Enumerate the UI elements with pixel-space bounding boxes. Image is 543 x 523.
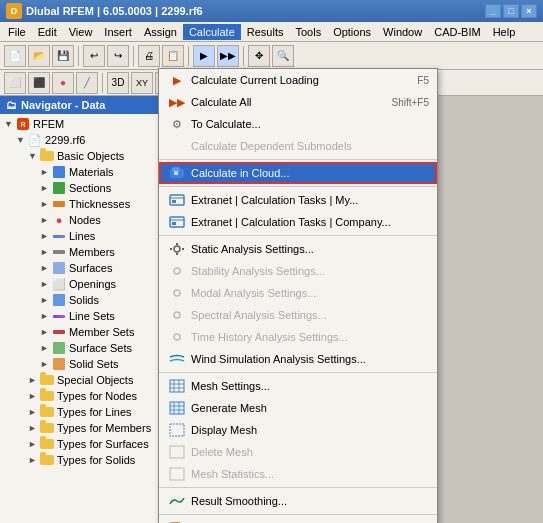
result-smoothing-icon	[167, 493, 187, 509]
menu-calc-current[interactable]: ▶ Calculate Current Loading F5	[159, 69, 437, 91]
menu-edit[interactable]: Edit	[32, 24, 63, 40]
nav-item-basic-objects[interactable]: ▼ Basic Objects	[0, 148, 161, 164]
view-3d-btn[interactable]: 3D	[107, 72, 129, 94]
nav-item-openings[interactable]: ► ⬜ Openings	[0, 276, 161, 292]
menu-extranet-company[interactable]: Extranet | Calculation Tasks | Company..…	[159, 211, 437, 233]
stability-settings-icon	[167, 263, 187, 279]
select-btn[interactable]: ✥	[248, 45, 270, 67]
nav-item-materials[interactable]: ► Materials	[0, 164, 161, 180]
nav-label-members: Members	[69, 246, 115, 258]
nav-item-special[interactable]: ► Special Objects	[0, 372, 161, 388]
menu-help[interactable]: Help	[487, 24, 522, 40]
delete-mesh-label: Delete Mesh	[191, 446, 429, 458]
nav-item-thicknesses[interactable]: ► Thicknesses	[0, 196, 161, 212]
nav-icon-types-nodes	[40, 389, 54, 403]
svg-rect-30	[170, 468, 184, 480]
sep-5	[159, 487, 437, 488]
nav-item-types-solids[interactable]: ► Types for Solids	[0, 452, 161, 468]
menu-window[interactable]: Window	[377, 24, 428, 40]
menu-calc-all[interactable]: ▶▶ Calculate All Shift+F5	[159, 91, 437, 113]
minimize-button[interactable]: _	[485, 4, 501, 18]
nav-expand-types-nodes: ►	[28, 391, 38, 401]
nav-icon-special	[40, 373, 54, 387]
nav-icon-membersets	[52, 325, 66, 339]
calc-btn[interactable]: ▶	[193, 45, 215, 67]
menu-stability-settings: Stability Analysis Settings...	[159, 260, 437, 282]
menu-result-smoothing[interactable]: Result Smoothing...	[159, 490, 437, 512]
menu-calculate[interactable]: Calculate	[183, 24, 241, 40]
delete-mesh-icon	[167, 444, 187, 460]
node-btn[interactable]: ●	[52, 72, 74, 94]
nav-expand-surfaces: ►	[40, 263, 50, 273]
calc-all-btn[interactable]: ▶▶	[217, 45, 239, 67]
nav-item-types-surfaces[interactable]: ► Types for Surfaces	[0, 436, 161, 452]
menu-view[interactable]: View	[63, 24, 99, 40]
nav-item-surfacesets[interactable]: ► Surface Sets	[0, 340, 161, 356]
menu-generate-mesh[interactable]: Generate Mesh	[159, 397, 437, 419]
close-button[interactable]: ×	[521, 4, 537, 18]
wire-btn[interactable]: ⬛	[28, 72, 50, 94]
nav-icon-sections	[52, 181, 66, 195]
nav-label-special: Special Objects	[57, 374, 133, 386]
menu-open-rwind[interactable]: Open RWIND...	[159, 517, 437, 523]
nav-item-types-lines[interactable]: ► Types for Lines	[0, 404, 161, 420]
menu-calc-cloud[interactable]: Calculate in Cloud...	[159, 162, 437, 184]
menu-cadbim[interactable]: CAD-BIM	[428, 24, 486, 40]
window-controls[interactable]: _ □ ×	[485, 4, 537, 18]
nav-label-nodes: Nodes	[69, 214, 101, 226]
to-calc-label: To Calculate...	[191, 118, 429, 130]
menu-static-settings[interactable]: Static Analysis Settings...	[159, 238, 437, 260]
app-icon: D	[6, 3, 22, 19]
wind-settings-label: Wind Simulation Analysis Settings...	[191, 353, 429, 365]
render-btn[interactable]: ⬜	[4, 72, 26, 94]
nav-item-membersets[interactable]: ► Member Sets	[0, 324, 161, 340]
copy-button[interactable]: 📋	[162, 45, 184, 67]
menu-bar: File Edit View Insert Assign Calculate R…	[0, 22, 543, 42]
spectral-settings-label: Spectral Analysis Settings...	[191, 309, 429, 321]
zoom-btn[interactable]: 🔍	[272, 45, 294, 67]
title-bar: D Dlubal RFEM | 6.05.0003 | 2299.rf6 _ □…	[0, 0, 543, 22]
nav-item-types-members[interactable]: ► Types for Members	[0, 420, 161, 436]
nav-label-linesets: Line Sets	[69, 310, 115, 322]
nav-item-surfaces[interactable]: ► Surfaces	[0, 260, 161, 276]
maximize-button[interactable]: □	[503, 4, 519, 18]
undo-button[interactable]: ↩	[83, 45, 105, 67]
nav-item-solidsets[interactable]: ► Solid Sets	[0, 356, 161, 372]
line-btn2[interactable]: ╱	[76, 72, 98, 94]
nav-icon-types-solids	[40, 453, 54, 467]
nav-item-solids[interactable]: ► Solids	[0, 292, 161, 308]
nav-item-sections[interactable]: ► Sections	[0, 180, 161, 196]
menu-display-mesh[interactable]: Display Mesh	[159, 419, 437, 441]
menu-mesh-settings[interactable]: Mesh Settings...	[159, 375, 437, 397]
redo-button[interactable]: ↪	[107, 45, 129, 67]
nav-item-types-nodes[interactable]: ► Types for Nodes	[0, 388, 161, 404]
nav-label-surfaces: Surfaces	[69, 262, 112, 274]
nav-item-nodes[interactable]: ► ● Nodes	[0, 212, 161, 228]
nav-item-file[interactable]: ▼ 📄 2299.rf6	[0, 132, 161, 148]
menu-file[interactable]: File	[2, 24, 32, 40]
nav-expand-types-solids: ►	[28, 455, 38, 465]
menu-to-calc[interactable]: ⚙ To Calculate...	[159, 113, 437, 135]
menu-assign[interactable]: Assign	[138, 24, 183, 40]
nav-item-linesets[interactable]: ► Line Sets	[0, 308, 161, 324]
menu-wind-settings[interactable]: Wind Simulation Analysis Settings...	[159, 348, 437, 370]
nav-expand-materials: ►	[40, 167, 50, 177]
print-button[interactable]: 🖨	[138, 45, 160, 67]
modal-settings-icon	[167, 285, 187, 301]
view-xy-btn[interactable]: XY	[131, 72, 153, 94]
dropdown-menu: ▶ Calculate Current Loading F5 ▶▶ Calcul…	[158, 68, 438, 523]
menu-insert[interactable]: Insert	[98, 24, 138, 40]
menu-extranet-my[interactable]: Extranet | Calculation Tasks | My...	[159, 189, 437, 211]
open-button[interactable]: 📂	[28, 45, 50, 67]
menu-results[interactable]: Results	[241, 24, 290, 40]
new-button[interactable]: 📄	[4, 45, 26, 67]
menu-tools[interactable]: Tools	[289, 24, 327, 40]
save-button[interactable]: 💾	[52, 45, 74, 67]
nav-item-rfem[interactable]: ▼ R RFEM	[0, 116, 161, 132]
nav-label-surfacesets: Surface Sets	[69, 342, 132, 354]
menu-delete-mesh: Delete Mesh	[159, 441, 437, 463]
nav-item-lines[interactable]: ► Lines	[0, 228, 161, 244]
nav-expand-file: ▼	[16, 135, 26, 145]
nav-item-members[interactable]: ► Members	[0, 244, 161, 260]
menu-options[interactable]: Options	[327, 24, 377, 40]
